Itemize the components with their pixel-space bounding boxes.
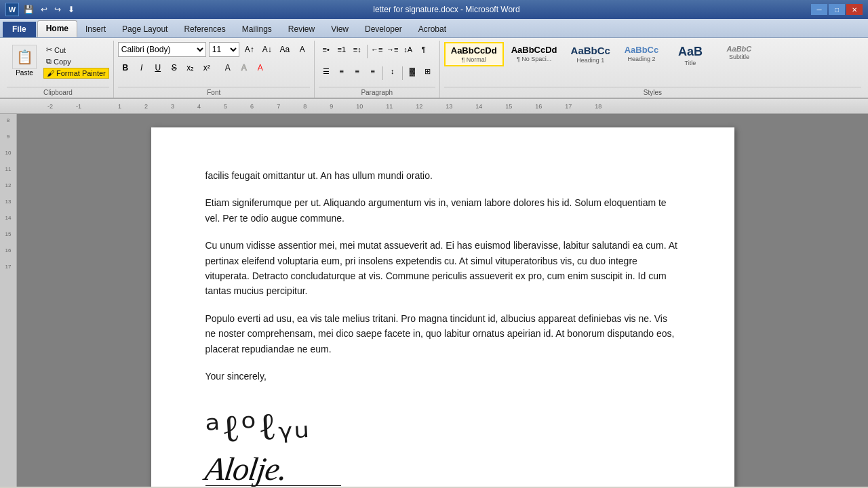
quick-access-toolbar: 💾 ↩ ↪ ⬇ [22,4,77,15]
window-title: letter for signature.docx - Microsoft Wo… [82,5,811,14]
customize-qa-button[interactable]: ⬇ [66,4,77,15]
line-spacing-button[interactable]: ↕ [385,64,400,79]
center-button[interactable]: ≡ [334,64,349,79]
styles-group-label: Styles [444,87,861,98]
maximize-button[interactable]: □ [829,4,845,15]
style-h2-preview: AaBbCc [625,45,659,56]
highlight-button[interactable]: A [237,60,252,75]
scissors-icon: ✂ [46,45,52,54]
superscript-button[interactable]: x² [199,60,214,75]
increase-indent-button[interactable]: →≡ [385,42,400,57]
tab-references[interactable]: References [176,22,233,37]
doc-salutation: Your sincerely, [205,369,680,384]
multilevel-button[interactable]: ≡↕ [350,42,365,57]
copy-label: Copy [54,58,71,66]
tab-page-layout[interactable]: Page Layout [114,22,176,37]
copy-icon: ⧉ [46,57,52,66]
style-subtitle[interactable]: AaBbC Subtitle [715,42,763,63]
tab-review[interactable]: Review [280,22,323,37]
style-normal-label: ¶ Normal [462,56,486,63]
style-title-label: Title [685,60,696,66]
tab-file[interactable]: File [3,22,36,37]
minimize-button[interactable]: ─ [811,4,827,15]
clipboard-group: 📋 Paste ✂ Cut ⧉ Copy 🖌 Format Painter [3,41,114,98]
format-painter-icon: 🖌 [47,69,54,77]
sort-button[interactable]: ↕A [401,42,416,57]
paste-label: Paste [16,69,33,77]
document-page[interactable]: facilis feugait omittantur ut. An has ul… [151,127,734,487]
align-left-button[interactable]: ☰ [319,64,334,79]
undo-button[interactable]: ↩ [39,4,50,15]
justify-button[interactable]: ≡ [366,64,380,79]
style-nospace-preview: AaBbCcDd [511,45,557,56]
style-heading2[interactable]: AaBbCc Heading 2 [618,42,665,65]
style-heading1[interactable]: AaBbCc Heading 1 [565,42,616,66]
style-subtitle-preview: AaBbC [727,45,752,54]
decrease-indent-button[interactable]: ←≡ [370,42,384,57]
style-normal[interactable]: AaBbCcDd ¶ Normal [444,42,504,66]
borders-button[interactable]: ⊞ [420,64,435,79]
ribbon: 📋 Paste ✂ Cut ⧉ Copy 🖌 Format Painter [0,38,868,99]
tab-insert[interactable]: Insert [77,22,114,37]
font-size-select[interactable]: 11 [209,42,239,57]
ribbon-tabs: File Home Insert Page Layout References … [0,19,868,38]
doc-paragraph-2: Etiam signiferumque per ut. Aliquando ar… [205,195,680,226]
subscript-button[interactable]: x₂ [183,60,198,75]
tab-home[interactable]: Home [37,20,77,37]
paragraph-group: ≡• ≡1 ≡↕ ←≡ →≡ ↕A ¶ ☰ ≡ ≡ ≡ ↕ ▓ ⊞ Parag [315,41,440,98]
cut-label: Cut [54,46,66,54]
style-h1-preview: AaBbCc [571,45,610,57]
shading-button[interactable]: ▓ [405,64,420,79]
paste-button[interactable]: 📋 Paste [7,42,42,79]
ruler: -2-1123456789101112131415161718 [0,99,868,114]
main-area: 8 9 10 11 12 13 14 15 16 17 facilis feug… [0,114,868,487]
font-group: Calibri (Body) 11 A↑ A↓ Aa A B I U S x₂ … [114,41,315,98]
font-family-select[interactable]: Calibri (Body) [118,42,206,57]
tab-view[interactable]: View [323,22,357,37]
document-area[interactable]: facilis feugait omittantur ut. An has ul… [17,114,868,487]
save-button[interactable]: 💾 [22,4,36,15]
style-h1-label: Heading 1 [576,57,604,64]
style-nospace-label: ¶ No Spaci... [517,56,551,62]
numbering-button[interactable]: ≡1 [334,42,349,57]
ruler-content: -2-1123456789101112131415161718 [183,99,868,113]
doc-paragraph-4: Populo everti ad usu, ea vis tale melius… [205,311,680,357]
style-no-spacing[interactable]: AaBbCcDd ¶ No Spaci... [505,42,564,65]
italic-button[interactable]: I [134,60,149,75]
change-case-button[interactable]: Aa [277,42,292,57]
paste-icon: 📋 [12,45,37,69]
bullets-button[interactable]: ≡• [319,42,334,57]
cut-button[interactable]: ✂ Cut [43,45,109,55]
signature-area: ᵃℓᵒℓᵧᵤ Alolje. Joey Bloggs [205,397,680,487]
show-hide-button[interactable]: ¶ [416,42,431,57]
style-title-preview: AaB [678,45,703,60]
tab-mailings[interactable]: Mailings [234,22,280,37]
window-controls: ─ □ ✕ [811,4,863,15]
tab-developer[interactable]: Developer [357,22,410,37]
format-painter-label: Format Painter [56,69,106,77]
word-logo: W [5,3,19,16]
font-color-button[interactable]: A [253,60,268,75]
text-effect-button[interactable]: A [220,60,235,75]
grow-font-button[interactable]: A↑ [242,42,257,57]
underline-button[interactable]: U [151,60,165,75]
style-normal-preview: AaBbCcDd [451,45,497,56]
font-group-label: Font [118,87,310,98]
signature-stylized: Alolje. [205,451,680,485]
close-button[interactable]: ✕ [846,4,863,15]
paragraph-group-label: Paragraph [319,87,435,98]
doc-paragraph-1: facilis feugait omittantur ut. An has ul… [205,168,680,183]
style-title[interactable]: AaB Title [667,42,714,69]
align-right-button[interactable]: ≡ [350,64,365,79]
copy-button[interactable]: ⧉ Copy [43,56,109,66]
doc-paragraph-3: Cu unum vidisse assentior mei, mei mutat… [205,238,680,299]
bold-button[interactable]: B [118,60,133,75]
clipboard-group-label: Clipboard [7,87,109,98]
redo-button[interactable]: ↪ [52,4,63,15]
tab-acrobat[interactable]: Acrobat [410,22,454,37]
styles-group: AaBbCcDd ¶ Normal AaBbCcDd ¶ No Spaci...… [440,41,865,98]
shrink-font-button[interactable]: A↓ [260,42,275,57]
strikethrough-button[interactable]: S [167,60,182,75]
format-painter-button[interactable]: 🖌 Format Painter [43,68,109,79]
clear-format-button[interactable]: A [295,42,310,57]
